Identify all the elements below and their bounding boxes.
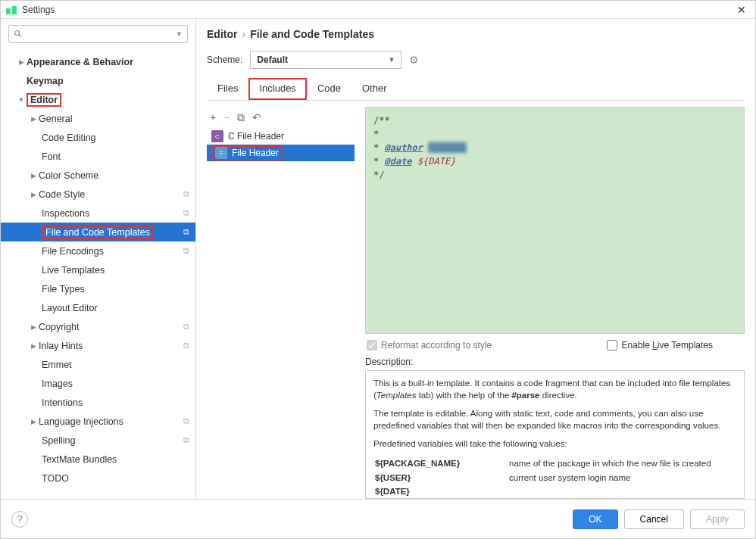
undo-icon[interactable]: ↶	[252, 111, 261, 123]
tree-live-templates[interactable]: Live Templates	[1, 260, 195, 279]
template-panel: + − ⧉ ↶ C C File Header ≡ Fi	[207, 107, 355, 499]
chevron-down-icon: ▼	[388, 56, 395, 64]
copy-icon[interactable]: ⧉	[237, 111, 245, 124]
svg-point-2	[15, 31, 20, 36]
search-icon	[14, 30, 23, 39]
content-panel: Editor›File and Code Templates Scheme: D…	[196, 19, 755, 499]
cancel-button[interactable]: Cancel	[624, 509, 684, 529]
sidebar: ▼ ▶Appearance & Behavior Keymap ▼Editor …	[1, 19, 196, 499]
copy-icon: ⧉	[183, 435, 189, 445]
code-editor[interactable]: /** * * @author ███████ * @date ${DATE} …	[365, 107, 745, 334]
titlebar: Settings ✕	[1, 1, 755, 19]
tree-file-encodings[interactable]: File Encodings⧉	[1, 241, 195, 260]
tree-appearance[interactable]: ▶Appearance & Behavior	[1, 52, 195, 71]
description-label: Description:	[365, 357, 745, 367]
template-c-file-header[interactable]: C C File Header	[207, 128, 355, 145]
svg-rect-0	[6, 8, 11, 14]
tree-file-code-templates[interactable]: File and Code Templates⧉	[1, 223, 195, 241]
tree-code-style[interactable]: ▶Code Style⧉	[1, 185, 195, 204]
add-icon[interactable]: +	[210, 111, 216, 123]
template-toolbar: + − ⧉ ↶	[207, 107, 355, 128]
search-chevron-icon[interactable]: ▼	[176, 30, 183, 38]
live-templates-checkbox[interactable]: Enable Live Templates	[607, 340, 713, 351]
tree-todo[interactable]: TODO	[1, 469, 195, 488]
tabs: Files Includes Code Other	[207, 78, 745, 101]
tree-images[interactable]: Images	[1, 374, 195, 393]
scheme-label: Scheme:	[207, 55, 242, 65]
copy-icon: ⧉	[183, 416, 189, 426]
search-input[interactable]	[26, 29, 176, 39]
tree-inspections[interactable]: Inspections⧉	[1, 204, 195, 223]
file-icon: C	[211, 130, 223, 142]
tree-general[interactable]: ▶General	[1, 109, 195, 128]
tree-language-injections[interactable]: ▶Language Injections⧉	[1, 412, 195, 431]
tree-editor[interactable]: ▼Editor	[1, 90, 195, 109]
tree-color-scheme[interactable]: ▶Color Scheme	[1, 166, 195, 185]
apply-button[interactable]: Apply	[690, 509, 745, 529]
tree-copyright[interactable]: ▶Copyright⧉	[1, 317, 195, 336]
tab-files[interactable]: Files	[207, 78, 248, 100]
tree-file-types[interactable]: File Types	[1, 279, 195, 298]
tree-inlay-hints[interactable]: ▶Inlay Hints⧉	[1, 336, 195, 355]
app-icon	[5, 4, 17, 16]
copy-icon: ⧉	[183, 189, 189, 199]
breadcrumb: Editor›File and Code Templates	[207, 28, 745, 40]
file-icon: ≡	[215, 147, 227, 159]
description-box: This is a built-in template. It contains…	[365, 370, 745, 499]
var-row: ${USER}current user system login name	[375, 472, 735, 484]
svg-rect-1	[12, 6, 17, 14]
tree-intentions[interactable]: Intentions	[1, 393, 195, 412]
tree-spelling[interactable]: Spelling⧉	[1, 431, 195, 450]
gear-icon[interactable]: ⚙	[409, 54, 419, 66]
tree-font[interactable]: Font	[1, 147, 195, 166]
tab-includes[interactable]: Includes	[248, 78, 306, 100]
ok-button[interactable]: OK	[573, 509, 617, 529]
window-title: Settings	[22, 5, 733, 15]
copy-icon: ⧉	[183, 227, 189, 237]
search-box[interactable]: ▼	[8, 25, 188, 43]
svg-line-3	[19, 35, 21, 37]
reformat-checkbox[interactable]: Reformat according to style	[367, 340, 492, 351]
copy-icon: ⧉	[183, 322, 189, 332]
var-row: ${DATE}	[375, 485, 735, 497]
copy-icon: ⧉	[183, 341, 189, 351]
copy-icon: ⧉	[183, 246, 189, 256]
tree-keymap[interactable]: Keymap	[1, 71, 195, 90]
var-row: ${PACKAGE_NAME}name of the package in wh…	[375, 457, 735, 469]
settings-tree: ▶Appearance & Behavior Keymap ▼Editor ▶G…	[1, 49, 195, 499]
tab-code[interactable]: Code	[307, 78, 351, 100]
close-button[interactable]: ✕	[733, 1, 751, 19]
tree-code-editing[interactable]: Code Editing	[1, 128, 195, 147]
scheme-select[interactable]: Default▼	[250, 51, 401, 69]
copy-icon: ⧉	[183, 208, 189, 218]
tree-layout-editor[interactable]: Layout Editor	[1, 298, 195, 317]
template-list: C C File Header ≡ File Header	[207, 128, 355, 499]
footer: ? OK Cancel Apply	[1, 499, 755, 538]
help-button[interactable]: ?	[11, 511, 28, 528]
template-file-header[interactable]: ≡ File Header	[207, 145, 355, 161]
remove-icon[interactable]: −	[223, 111, 230, 123]
tab-other[interactable]: Other	[351, 78, 398, 100]
editor-panel: /** * * @author ███████ * @date ${DATE} …	[365, 107, 745, 499]
tree-textmate[interactable]: TextMate Bundles	[1, 450, 195, 469]
tree-emmet[interactable]: Emmet	[1, 355, 195, 374]
